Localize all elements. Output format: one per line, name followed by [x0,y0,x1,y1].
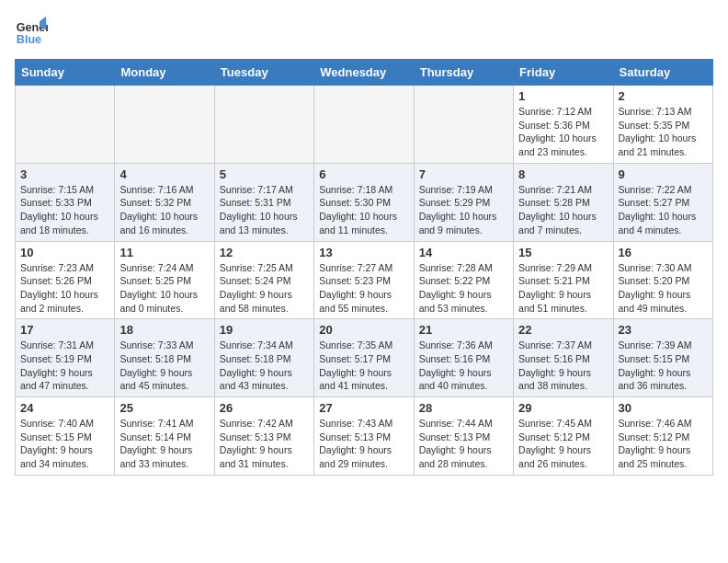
day-info: Sunrise: 7:16 AM Sunset: 5:32 PM Dayligh… [119,183,209,237]
day-info: Sunrise: 7:39 AM Sunset: 5:15 PM Dayligh… [619,339,708,393]
day-info: Sunrise: 7:45 AM Sunset: 5:12 PM Dayligh… [518,417,608,471]
day-number: 1 [518,89,608,103]
day-info: Sunrise: 7:43 AM Sunset: 5:13 PM Dayligh… [319,417,408,471]
calendar-cell [314,86,414,164]
day-number: 2 [619,89,708,103]
calendar-cell: 2Sunrise: 7:13 AM Sunset: 5:35 PM Daylig… [613,86,712,164]
day-number: 13 [319,246,408,259]
calendar-cell: 19Sunrise: 7:34 AM Sunset: 5:18 PM Dayli… [214,319,313,397]
day-number: 11 [119,246,209,259]
logo-icon: General Blue [15,15,48,48]
calendar-cell: 11Sunrise: 7:24 AM Sunset: 5:25 PM Dayli… [115,241,214,319]
day-number: 18 [119,323,209,337]
day-number: 9 [619,167,708,181]
calendar-cell: 27Sunrise: 7:43 AM Sunset: 5:13 PM Dayli… [314,397,414,476]
svg-text:Blue: Blue [17,33,41,46]
day-info: Sunrise: 7:17 AM Sunset: 5:31 PM Dayligh… [220,183,309,237]
page-header: General Blue [15,15,713,48]
weekday-header-monday: Monday [115,60,214,86]
calendar-cell: 16Sunrise: 7:30 AM Sunset: 5:20 PM Dayli… [613,241,712,319]
calendar-cell [115,86,214,164]
day-info: Sunrise: 7:41 AM Sunset: 5:14 PM Dayligh… [119,417,209,471]
day-info: Sunrise: 7:19 AM Sunset: 5:29 PM Dayligh… [419,183,508,237]
day-number: 17 [20,323,109,337]
calendar-cell: 1Sunrise: 7:12 AM Sunset: 5:36 PM Daylig… [514,86,613,164]
calendar-cell: 29Sunrise: 7:45 AM Sunset: 5:12 PM Dayli… [514,397,613,476]
day-info: Sunrise: 7:27 AM Sunset: 5:23 PM Dayligh… [319,261,408,316]
day-number: 23 [619,323,708,337]
day-number: 4 [119,167,209,181]
logo: General Blue [15,15,48,48]
day-info: Sunrise: 7:15 AM Sunset: 5:33 PM Dayligh… [20,183,109,237]
weekday-header-saturday: Saturday [613,60,712,86]
calendar-table: SundayMondayTuesdayWednesdayThursdayFrid… [15,59,713,476]
day-info: Sunrise: 7:28 AM Sunset: 5:22 PM Dayligh… [419,261,508,316]
weekday-header-friday: Friday [514,60,613,86]
day-number: 3 [20,167,109,181]
day-number: 19 [220,323,309,337]
calendar-cell: 20Sunrise: 7:35 AM Sunset: 5:17 PM Dayli… [314,319,414,397]
day-info: Sunrise: 7:29 AM Sunset: 5:21 PM Dayligh… [518,261,608,316]
day-info: Sunrise: 7:23 AM Sunset: 5:26 PM Dayligh… [20,261,109,316]
calendar-cell: 28Sunrise: 7:44 AM Sunset: 5:13 PM Dayli… [414,397,513,476]
day-number: 16 [619,246,708,259]
calendar-cell: 14Sunrise: 7:28 AM Sunset: 5:22 PM Dayli… [414,241,513,319]
weekday-header-thursday: Thursday [414,60,513,86]
weekday-header-tuesday: Tuesday [214,60,313,86]
calendar-cell: 24Sunrise: 7:40 AM Sunset: 5:15 PM Dayli… [16,397,115,476]
day-number: 27 [319,401,408,415]
day-number: 26 [220,401,309,415]
day-info: Sunrise: 7:37 AM Sunset: 5:16 PM Dayligh… [518,339,608,393]
calendar-cell: 15Sunrise: 7:29 AM Sunset: 5:21 PM Dayli… [514,241,613,319]
calendar-cell: 3Sunrise: 7:15 AM Sunset: 5:33 PM Daylig… [16,163,115,241]
weekday-header-sunday: Sunday [16,60,115,86]
day-number: 21 [419,323,508,337]
calendar-cell: 9Sunrise: 7:22 AM Sunset: 5:27 PM Daylig… [613,163,712,241]
day-info: Sunrise: 7:18 AM Sunset: 5:30 PM Dayligh… [319,183,408,237]
calendar-cell: 7Sunrise: 7:19 AM Sunset: 5:29 PM Daylig… [414,163,513,241]
day-info: Sunrise: 7:42 AM Sunset: 5:13 PM Dayligh… [220,417,309,471]
calendar-cell [414,86,513,164]
day-number: 25 [119,401,209,415]
calendar-cell: 30Sunrise: 7:46 AM Sunset: 5:12 PM Dayli… [613,397,712,476]
day-info: Sunrise: 7:22 AM Sunset: 5:27 PM Dayligh… [619,183,708,237]
day-number: 15 [518,246,608,259]
day-number: 14 [419,246,508,259]
day-info: Sunrise: 7:31 AM Sunset: 5:19 PM Dayligh… [20,339,109,393]
calendar-cell: 6Sunrise: 7:18 AM Sunset: 5:30 PM Daylig… [314,163,414,241]
calendar-cell: 21Sunrise: 7:36 AM Sunset: 5:16 PM Dayli… [414,319,513,397]
weekday-header-wednesday: Wednesday [314,60,414,86]
calendar-cell: 13Sunrise: 7:27 AM Sunset: 5:23 PM Dayli… [314,241,414,319]
day-number: 22 [518,323,608,337]
day-info: Sunrise: 7:21 AM Sunset: 5:28 PM Dayligh… [518,183,608,237]
calendar-cell: 5Sunrise: 7:17 AM Sunset: 5:31 PM Daylig… [214,163,313,241]
calendar-cell: 12Sunrise: 7:25 AM Sunset: 5:24 PM Dayli… [214,241,313,319]
day-info: Sunrise: 7:35 AM Sunset: 5:17 PM Dayligh… [319,339,408,393]
day-info: Sunrise: 7:46 AM Sunset: 5:12 PM Dayligh… [619,417,708,471]
day-info: Sunrise: 7:24 AM Sunset: 5:25 PM Dayligh… [119,261,209,316]
day-number: 8 [518,167,608,181]
day-number: 7 [419,167,508,181]
calendar-cell: 18Sunrise: 7:33 AM Sunset: 5:18 PM Dayli… [115,319,214,397]
day-number: 30 [619,401,708,415]
calendar-cell: 23Sunrise: 7:39 AM Sunset: 5:15 PM Dayli… [613,319,712,397]
day-info: Sunrise: 7:40 AM Sunset: 5:15 PM Dayligh… [20,417,109,471]
day-number: 20 [319,323,408,337]
calendar-cell: 26Sunrise: 7:42 AM Sunset: 5:13 PM Dayli… [214,397,313,476]
day-info: Sunrise: 7:34 AM Sunset: 5:18 PM Dayligh… [220,339,309,393]
day-info: Sunrise: 7:33 AM Sunset: 5:18 PM Dayligh… [119,339,209,393]
day-info: Sunrise: 7:30 AM Sunset: 5:20 PM Dayligh… [619,261,708,316]
calendar-cell: 22Sunrise: 7:37 AM Sunset: 5:16 PM Dayli… [514,319,613,397]
calendar-cell [16,86,115,164]
day-info: Sunrise: 7:13 AM Sunset: 5:35 PM Dayligh… [619,105,708,159]
calendar-cell: 10Sunrise: 7:23 AM Sunset: 5:26 PM Dayli… [16,241,115,319]
day-info: Sunrise: 7:12 AM Sunset: 5:36 PM Dayligh… [518,105,608,159]
day-info: Sunrise: 7:36 AM Sunset: 5:16 PM Dayligh… [419,339,508,393]
day-number: 5 [220,167,309,181]
day-number: 24 [20,401,109,415]
calendar-cell [214,86,313,164]
day-number: 10 [20,246,109,259]
day-number: 12 [220,246,309,259]
day-number: 28 [419,401,508,415]
day-info: Sunrise: 7:44 AM Sunset: 5:13 PM Dayligh… [419,417,508,471]
